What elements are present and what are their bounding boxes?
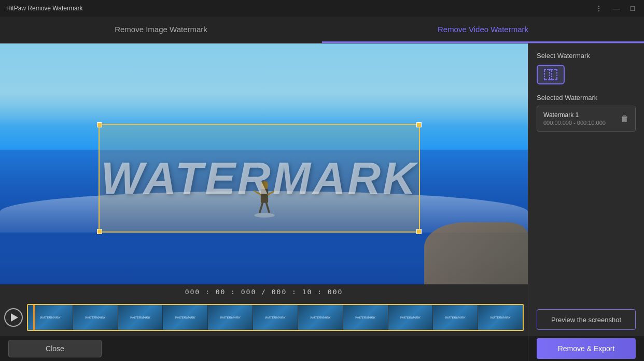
preview-button[interactable]: Preview the screenshot xyxy=(537,309,636,330)
menu-icon[interactable]: ⋮ xyxy=(592,3,606,13)
svg-rect-9 xyxy=(552,69,557,80)
tab-remove-video[interactable]: Remove Video Watermark xyxy=(322,17,644,43)
titlebar: HitPaw Remove Watermark ⋮ — □ xyxy=(0,0,644,17)
app-title: HitPaw Remove Watermark xyxy=(6,5,83,12)
film-frame: WATERMARK xyxy=(478,305,523,330)
film-frame: WATERMARK xyxy=(208,305,253,330)
selected-watermark-title: Selected Watermark xyxy=(537,94,636,102)
close-button[interactable]: Close xyxy=(8,340,102,357)
select-watermark-button[interactable] xyxy=(537,65,565,84)
delete-watermark-button[interactable]: 🗑 xyxy=(621,114,629,123)
minimize-button[interactable]: — xyxy=(610,3,623,13)
film-frame: WATERMARK xyxy=(163,305,208,330)
tab-bar: Remove Image Watermark Remove Video Wate… xyxy=(0,17,644,44)
svg-point-11 xyxy=(549,69,551,70)
film-frame: WATERMARK xyxy=(298,305,343,330)
film-frame: WATERMARK xyxy=(388,305,433,330)
sky-bg xyxy=(0,44,528,126)
film-frame: WATERMARK xyxy=(253,305,298,330)
timeline-cursor[interactable] xyxy=(33,305,35,330)
bottom-bar: Close xyxy=(0,336,528,361)
svg-point-13 xyxy=(549,79,551,80)
svg-rect-8 xyxy=(544,69,550,80)
watermark-item-name: Watermark 1 xyxy=(543,111,606,119)
watermark-selection-box[interactable]: WATERMARK xyxy=(99,124,420,233)
film-frame: WATERMARK xyxy=(73,305,118,330)
right-bottom-bar: Remove & Export xyxy=(528,336,644,361)
film-frame: WATERMARK xyxy=(343,305,388,330)
maximize-button[interactable]: □ xyxy=(627,3,638,13)
select-watermark-title: Select Watermark xyxy=(537,52,636,60)
svg-point-17 xyxy=(556,79,557,80)
watermark-text: WATERMARK xyxy=(100,125,419,232)
shore-rock xyxy=(424,222,528,284)
video-panel: WATERMARK 000 : 00 : 000 / 000 : 10 : 00… xyxy=(0,44,528,361)
svg-marker-7 xyxy=(11,313,18,322)
video-display: WATERMARK xyxy=(0,44,528,284)
svg-point-16 xyxy=(551,79,553,80)
film-frame: WATERMARK xyxy=(118,305,163,330)
watermark-list-item: Watermark 1 000:00:000 - 000:10:000 🗑 xyxy=(537,106,636,132)
right-panel: Select Watermark Selected Watermark Wate… xyxy=(528,44,644,361)
play-button[interactable] xyxy=(4,308,23,327)
tab-remove-image[interactable]: Remove Image Watermark xyxy=(0,17,322,43)
film-frame: WATERMARK xyxy=(28,305,73,330)
selection-icon xyxy=(544,69,557,80)
window-controls: ⋮ — □ xyxy=(592,3,638,13)
timeline-track: WATERMARK WATERMARK WATERMARK WATERMARK … xyxy=(0,299,528,336)
svg-point-12 xyxy=(544,79,545,80)
export-button[interactable]: Remove & Export xyxy=(537,338,636,359)
watermark-info: Watermark 1 000:00:000 - 000:10:000 xyxy=(543,111,606,126)
filmstrip[interactable]: WATERMARK WATERMARK WATERMARK WATERMARK … xyxy=(27,304,524,331)
main-content: WATERMARK 000 : 00 : 000 / 000 : 10 : 00… xyxy=(0,44,644,361)
watermark-item-time: 000:00:000 - 000:10:000 xyxy=(543,120,606,126)
time-display: 000 : 00 : 000 / 000 : 10 : 000 xyxy=(0,284,528,299)
spacer xyxy=(537,134,636,309)
film-frame: WATERMARK xyxy=(433,305,478,330)
svg-point-10 xyxy=(544,69,545,70)
svg-point-14 xyxy=(551,69,553,70)
timeline-area: 000 : 00 : 000 / 000 : 10 : 000 WATERMAR… xyxy=(0,284,528,336)
svg-point-15 xyxy=(556,69,557,70)
